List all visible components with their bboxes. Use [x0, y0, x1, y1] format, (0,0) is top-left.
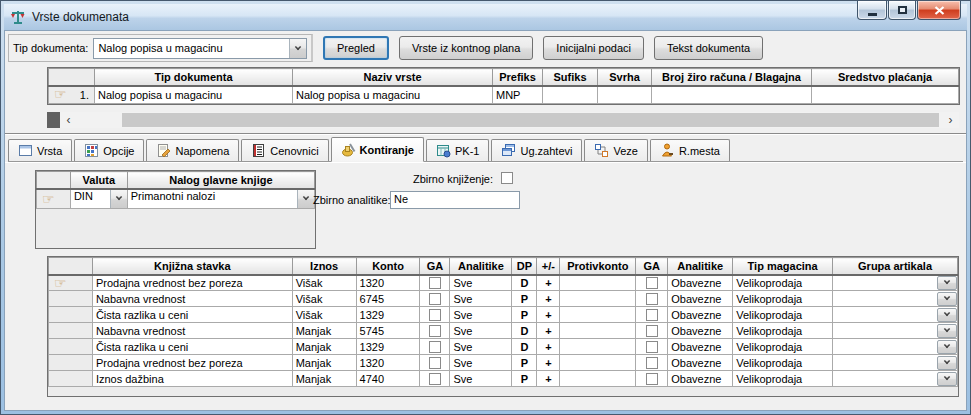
- scrollbar-track[interactable]: [77, 112, 942, 128]
- cell-protivkonto[interactable]: [560, 339, 636, 355]
- cell-grupa-artikala[interactable]: [833, 339, 958, 355]
- cell-analitike2[interactable]: Obavezne: [668, 307, 733, 323]
- ga-checkbox[interactable]: [646, 357, 658, 369]
- cell-analitike2[interactable]: Obavezne: [668, 291, 733, 307]
- cell-tip-dokumenta[interactable]: Nalog popisa u magacinu: [95, 86, 293, 104]
- ga-checkbox[interactable]: [646, 325, 658, 337]
- cell-protivkonto[interactable]: [560, 323, 636, 339]
- cell-konto[interactable]: 6745: [356, 291, 420, 307]
- scrollbar-thumb[interactable]: [122, 113, 939, 127]
- close-button[interactable]: [917, 1, 961, 20]
- cell-iznos[interactable]: Manjak: [292, 323, 356, 339]
- cell-dp[interactable]: D: [512, 323, 537, 339]
- cell-iznos[interactable]: Manjak: [292, 355, 356, 371]
- tab-veze[interactable]: Veze: [584, 139, 647, 161]
- cell-analitike[interactable]: Sve: [450, 307, 512, 323]
- cell-grupa-artikala[interactable]: [833, 275, 958, 291]
- ga-checkbox[interactable]: [646, 293, 658, 305]
- cell-ga[interactable]: [420, 275, 450, 291]
- cell-plus-minus[interactable]: +: [537, 371, 560, 387]
- cell-ga[interactable]: [420, 339, 450, 355]
- cell-tip-magacina[interactable]: Velikoprodaja: [733, 291, 833, 307]
- cell-analitike2[interactable]: Obavezne: [668, 323, 733, 339]
- cell-analitike[interactable]: Sve: [450, 323, 512, 339]
- cell-sufiks[interactable]: [543, 86, 598, 104]
- cell-dp[interactable]: D: [512, 275, 537, 291]
- tab-opcije[interactable]: Opcije: [74, 139, 144, 161]
- vrste-iz-kontnog-plana-button[interactable]: Vrste iz kontnog plana: [399, 36, 533, 60]
- row-selector[interactable]: ☞1.: [49, 86, 95, 104]
- cell-iznos[interactable]: Višak: [292, 291, 356, 307]
- ga-checkbox[interactable]: [429, 309, 441, 321]
- cell-analitike[interactable]: Sve: [450, 371, 512, 387]
- cell-protivkonto[interactable]: [560, 275, 636, 291]
- cell-plus-minus[interactable]: +: [537, 339, 560, 355]
- cell-konto[interactable]: 1329: [356, 339, 420, 355]
- cell-dp[interactable]: P: [512, 307, 537, 323]
- table-row[interactable]: Čista razlika u ceni Višak 1329 Sve P + …: [49, 307, 958, 323]
- table-row[interactable]: Nabavna vrednost Višak 6745 Sve P + Obav…: [49, 291, 958, 307]
- ga-checkbox[interactable]: [646, 277, 658, 289]
- cell-konto[interactable]: 1320: [356, 355, 420, 371]
- cell-broj-ziro-racuna[interactable]: [652, 86, 812, 104]
- cell-iznos[interactable]: Manjak: [292, 371, 356, 387]
- cell-protivkonto[interactable]: [560, 355, 636, 371]
- cell-plus-minus[interactable]: +: [537, 307, 560, 323]
- chevron-down-icon[interactable]: [937, 372, 957, 386]
- cell-dp[interactable]: P: [512, 371, 537, 387]
- tab-kontiranje[interactable]: Kontiranje: [331, 137, 424, 162]
- ga-checkbox[interactable]: [429, 373, 441, 385]
- cell-knjizna-stavka[interactable]: Prodajna vrednost bez poreza: [92, 275, 292, 291]
- cell-knjizna-stavka[interactable]: Nabavna vrednost: [92, 291, 292, 307]
- cell-prefiks[interactable]: MNP: [493, 86, 543, 104]
- cell-analitike[interactable]: Sve: [450, 275, 512, 291]
- cell-analitike2[interactable]: Obavezne: [668, 371, 733, 387]
- zbirno-analitike-field[interactable]: Ne: [390, 191, 520, 209]
- cell-protivkonto[interactable]: [560, 291, 636, 307]
- row-selector[interactable]: [49, 291, 93, 307]
- cell-grupa-artikala[interactable]: [833, 355, 958, 371]
- table-row[interactable]: ☞1. Nalog popisa u magacinu Nalog popisa…: [49, 86, 959, 104]
- tab-vrsta[interactable]: Vrsta: [8, 139, 72, 161]
- chevron-down-icon[interactable]: [937, 340, 957, 354]
- cell-ga[interactable]: [420, 355, 450, 371]
- cell-analitike2[interactable]: Obavezne: [668, 355, 733, 371]
- chevron-down-icon[interactable]: [937, 276, 957, 290]
- tab-cenovnici[interactable]: Cenovnici: [241, 139, 328, 161]
- cell-plus-minus[interactable]: +: [537, 355, 560, 371]
- cell-knjizna-stavka[interactable]: Čista razlika u ceni: [92, 307, 292, 323]
- cell-iznos[interactable]: Manjak: [292, 339, 356, 355]
- chevron-down-icon[interactable]: [937, 292, 957, 306]
- title-bar[interactable]: Vrste dokumenata: [4, 4, 967, 30]
- ga-checkbox[interactable]: [429, 293, 441, 305]
- ga-checkbox[interactable]: [646, 309, 658, 321]
- valuta-combobox-cell[interactable]: DIN: [70, 189, 127, 209]
- cell-ga2[interactable]: [636, 339, 668, 355]
- inicijalni-podaci-button[interactable]: Inicijalni podaci: [543, 36, 644, 60]
- ga-checkbox[interactable]: [429, 277, 441, 289]
- chevron-down-icon[interactable]: [937, 356, 957, 370]
- row-selector[interactable]: [49, 339, 93, 355]
- scroll-left-button[interactable]: ‹: [60, 112, 77, 128]
- cell-protivkonto[interactable]: [560, 307, 636, 323]
- table-row[interactable]: Prodajna vrednost bez poreza Manjak 1320…: [49, 355, 958, 371]
- pregled-button[interactable]: Pregled: [323, 36, 389, 60]
- chevron-down-icon[interactable]: [297, 190, 314, 208]
- cell-ga[interactable]: [420, 291, 450, 307]
- cell-knjizna-stavka[interactable]: Nabavna vrednost: [92, 323, 292, 339]
- scroll-right-button[interactable]: ›: [942, 112, 959, 128]
- cell-plus-minus[interactable]: +: [537, 291, 560, 307]
- cell-knjizna-stavka[interactable]: Čista razlika u ceni: [92, 339, 292, 355]
- cell-ga2[interactable]: [636, 355, 668, 371]
- row-selector[interactable]: [49, 355, 93, 371]
- row-selector[interactable]: [49, 307, 93, 323]
- cell-protivkonto[interactable]: [560, 371, 636, 387]
- chevron-down-icon[interactable]: [937, 324, 957, 338]
- cell-ga2[interactable]: [636, 291, 668, 307]
- cell-ga2[interactable]: [636, 323, 668, 339]
- cell-grupa-artikala[interactable]: [833, 323, 958, 339]
- cell-tip-magacina[interactable]: Velikoprodaja: [733, 355, 833, 371]
- cell-ga2[interactable]: [636, 275, 668, 291]
- cell-analitike[interactable]: Sve: [450, 291, 512, 307]
- maximize-button[interactable]: [888, 1, 916, 20]
